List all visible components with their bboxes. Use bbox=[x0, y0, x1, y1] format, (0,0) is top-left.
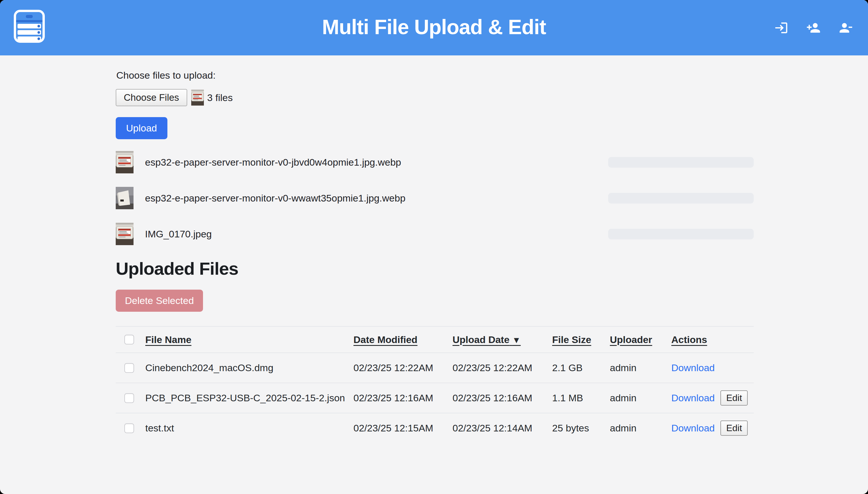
pending-file-name: esp32-e-paper-server-monitor-v0-jbvd0w4o… bbox=[145, 157, 608, 168]
app-window: Multi File Upload & Edit Choose files to… bbox=[0, 0, 868, 494]
pending-file-name: IMG_0170.jpeg bbox=[145, 228, 608, 240]
cell-file-size: 2.1 GB bbox=[552, 362, 610, 374]
pending-file-row: esp32-e-paper-server-monitor-v0-wwawt35o… bbox=[116, 187, 754, 210]
progress-bar bbox=[608, 193, 754, 204]
selected-files-count: 3 files bbox=[207, 92, 233, 103]
table-row: PCB_PCB_ESP32-USB-C_2025-02-15-2.json 02… bbox=[116, 383, 754, 413]
column-header-file-name[interactable]: File Name bbox=[141, 334, 354, 345]
pending-file-row: esp32-e-paper-server-monitor-v0-jbvd0w4o… bbox=[116, 151, 754, 174]
login-icon[interactable] bbox=[774, 21, 789, 35]
pending-file-row: IMG_0170.jpeg bbox=[116, 223, 754, 245]
cell-upload-date: 02/23/25 12:22AM bbox=[453, 362, 552, 374]
sort-desc-icon: ▼ bbox=[512, 335, 521, 345]
table-row: test.txt 02/23/25 12:15AM 02/23/25 12:14… bbox=[116, 413, 754, 443]
person-add-icon[interactable] bbox=[806, 21, 820, 35]
header-actions bbox=[774, 21, 853, 35]
cell-file-size: 1.1 MB bbox=[552, 393, 610, 404]
cell-file-name: PCB_PCB_ESP32-USB-C_2025-02-15-2.json bbox=[141, 393, 354, 404]
download-link[interactable]: Download bbox=[671, 393, 715, 404]
progress-bar bbox=[608, 157, 754, 168]
column-header-file-size[interactable]: File Size bbox=[552, 334, 610, 345]
uploaded-files-table: File Name Date Modified Upload Date ▼ Fi… bbox=[116, 326, 754, 443]
choose-files-label: Choose files to upload: bbox=[116, 70, 754, 81]
cell-uploader: admin bbox=[610, 422, 671, 434]
select-all-checkbox[interactable] bbox=[124, 335, 134, 344]
cell-actions: Download bbox=[671, 362, 754, 374]
cell-upload-date: 02/23/25 12:16AM bbox=[453, 393, 552, 404]
cell-file-name: test.txt bbox=[141, 422, 354, 434]
cell-uploader: admin bbox=[610, 362, 671, 374]
cell-upload-date: 02/23/25 12:14AM bbox=[453, 422, 552, 434]
progress-bar bbox=[608, 229, 754, 240]
edit-button[interactable]: Edit bbox=[720, 391, 748, 405]
choose-files-button[interactable]: Choose Files bbox=[116, 89, 187, 106]
column-header-uploader[interactable]: Uploader bbox=[610, 334, 671, 345]
upload-button[interactable]: Upload bbox=[116, 117, 167, 139]
file-thumbnail bbox=[116, 151, 133, 173]
table-body: Cinebench2024_macOS.dmg 02/23/25 12:22AM… bbox=[116, 353, 754, 443]
file-thumbnail bbox=[116, 223, 133, 245]
cell-file-size: 25 bytes bbox=[552, 422, 610, 434]
cell-date-modified: 02/23/25 12:16AM bbox=[354, 393, 453, 404]
table-row: Cinebench2024_macOS.dmg 02/23/25 12:22AM… bbox=[116, 353, 754, 383]
pending-upload-list: esp32-e-paper-server-monitor-v0-jbvd0w4o… bbox=[116, 151, 754, 245]
selected-files-thumbnail bbox=[191, 89, 204, 106]
cell-actions: Download Edit bbox=[671, 420, 754, 436]
download-link[interactable]: Download bbox=[671, 422, 715, 434]
cell-uploader: admin bbox=[610, 393, 671, 404]
cell-actions: Download Edit bbox=[671, 391, 754, 405]
download-link[interactable]: Download bbox=[671, 362, 715, 374]
edit-button[interactable]: Edit bbox=[720, 420, 748, 436]
uploaded-files-heading: Uploaded Files bbox=[116, 258, 754, 279]
row-checkbox[interactable] bbox=[124, 363, 134, 373]
page-title: Multi File Upload & Edit bbox=[0, 15, 868, 38]
delete-selected-button[interactable]: Delete Selected bbox=[116, 290, 203, 312]
person-remove-icon[interactable] bbox=[838, 21, 853, 35]
row-checkbox[interactable] bbox=[124, 423, 134, 433]
table-header-row: File Name Date Modified Upload Date ▼ Fi… bbox=[116, 327, 754, 353]
column-header-actions[interactable]: Actions bbox=[671, 334, 754, 345]
column-header-date-modified[interactable]: Date Modified bbox=[354, 334, 453, 345]
pending-file-name: esp32-e-paper-server-monitor-v0-wwawt35o… bbox=[145, 193, 608, 204]
app-header: Multi File Upload & Edit bbox=[0, 0, 868, 55]
file-thumbnail bbox=[116, 187, 133, 209]
main-content: Choose files to upload: Choose Files bbox=[116, 55, 754, 443]
cell-file-name: Cinebench2024_macOS.dmg bbox=[141, 362, 354, 374]
cell-date-modified: 02/23/25 12:15AM bbox=[354, 422, 453, 434]
row-checkbox[interactable] bbox=[124, 393, 134, 403]
column-header-upload-date[interactable]: Upload Date ▼ bbox=[453, 334, 552, 345]
file-input-row: Choose Files 3 files bbox=[116, 89, 754, 106]
cell-date-modified: 02/23/25 12:22AM bbox=[354, 362, 453, 374]
